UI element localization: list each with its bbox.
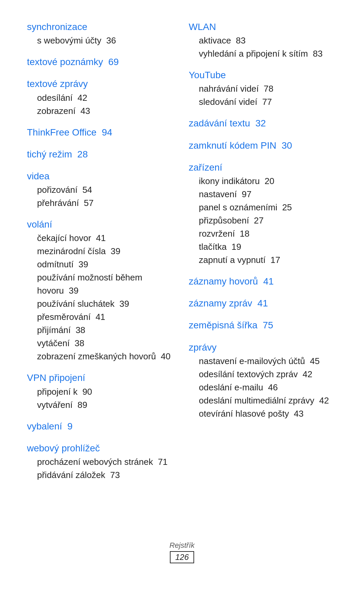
index-entry: zamknutí kódem PIN 30 <box>189 139 337 153</box>
entry-subitem: přidávání záložek 73 <box>27 469 175 482</box>
entry-subitem: používání sluchátek 39 <box>27 297 175 310</box>
entry-subitem: čekající hovor 41 <box>27 232 175 245</box>
index-entry: YouTubenahrávání videí 78sledování videí… <box>189 68 337 109</box>
index-entry: voláníčekající hovor 41mezinárodní čísla… <box>27 218 175 363</box>
entry-subitem: panel s oznámeními 25 <box>189 201 337 214</box>
index-entry: záznamy hovorů 41 <box>189 275 337 289</box>
index-entry: VPN připojenípřipojení k 90vytváření 89 <box>27 371 175 411</box>
index-entry: zprávynastavení e-mailových účtů 45odesí… <box>189 341 337 420</box>
entry-subitem: mezinárodní čísla 39 <box>27 245 175 258</box>
entry-subitem: zobrazení 43 <box>27 105 175 118</box>
entry-subitem: sledování videí 77 <box>189 95 337 109</box>
footer-label: Rejstřík <box>27 541 337 550</box>
entry-subitem: přesměrování 41 <box>27 310 175 324</box>
entry-subitem: vyhledání a připojení k sítím 83 <box>189 47 337 60</box>
entry-subitem: vytváření 89 <box>27 398 175 412</box>
entry-subitem: otevírání hlasové pošty 43 <box>189 407 337 420</box>
entry-subitem: přizpůsobení 27 <box>189 214 337 227</box>
entry-subitem: zapnutí a vypnutí 17 <box>189 253 337 267</box>
index-entry: vybalení 9 <box>27 420 175 434</box>
entry-subitem: rozvržení 18 <box>189 227 337 240</box>
entry-subitem: s webovými účty 36 <box>27 34 175 47</box>
entry-heading: zamknutí kódem PIN 30 <box>189 139 337 152</box>
entry-subitem: odeslání multimediální zprávy 42 <box>189 394 337 407</box>
index-columns: synchronizaces webovými účty 36textové p… <box>27 20 337 528</box>
entry-heading: zeměpisná šířka 75 <box>189 319 337 332</box>
entry-heading: YouTube <box>189 68 337 82</box>
entry-subitem: odeslání e-mailu 46 <box>189 381 337 394</box>
entry-subitem: procházení webových stránek 71 <box>27 455 175 469</box>
index-entry: tichý režim 28 <box>27 148 175 161</box>
entry-heading: ThinkFree Office 94 <box>27 126 175 139</box>
index-entry: zadávání textu 32 <box>189 117 337 130</box>
footer: Rejstřík 126 <box>27 541 337 570</box>
entry-subitem: ikony indikátoru 20 <box>189 175 337 188</box>
index-entry: záznamy zpráv 41 <box>189 297 337 310</box>
index-entry: textové poznámky 69 <box>27 55 175 69</box>
column-1: WLANaktivace 83vyhledání a připojení k s… <box>189 20 337 528</box>
entry-heading: záznamy zpráv 41 <box>189 297 337 310</box>
entry-heading: tichý režim 28 <box>27 148 175 161</box>
entry-subitem: nastavení 97 <box>189 188 337 201</box>
entry-heading: textové zprávy <box>27 77 175 90</box>
entry-subitem: nahrávání videí 78 <box>189 82 337 95</box>
entry-subitem: odesílání 42 <box>27 91 175 105</box>
index-entry: videapořizování 54přehrávání 57 <box>27 170 175 210</box>
index-entry: zařízeníikony indikátoru 20nastavení 97p… <box>189 161 337 267</box>
entry-heading: webový prohlížeč <box>27 442 175 455</box>
entry-subitem: vytáčení 38 <box>27 337 175 350</box>
entry-subitem: zobrazení zmeškaných hovorů 40 <box>27 350 175 363</box>
entry-heading: textové poznámky 69 <box>27 55 175 68</box>
entry-subitem: pořizování 54 <box>27 183 175 197</box>
footer-page: 126 <box>170 551 194 563</box>
index-entry: textové zprávyodesílání 42zobrazení 43 <box>27 77 175 117</box>
entry-heading: VPN připojení <box>27 371 175 384</box>
entry-heading: vybalení 9 <box>27 420 175 433</box>
entry-heading: zařízení <box>189 161 337 174</box>
entry-subitem: přehrávání 57 <box>27 197 175 210</box>
index-entry: synchronizaces webovými účty 36 <box>27 20 175 47</box>
entry-subitem: přijímání 38 <box>27 324 175 337</box>
entry-subitem: odesílání textových zpráv 42 <box>189 368 337 381</box>
page: synchronizaces webovými účty 36textové p… <box>0 0 364 597</box>
entry-heading: zadávání textu 32 <box>189 117 337 130</box>
index-entry: webový prohlížečprocházení webových strá… <box>27 442 175 482</box>
entry-heading: WLAN <box>189 20 337 33</box>
column-0: synchronizaces webovými účty 36textové p… <box>27 20 175 528</box>
entry-subitem: tlačítka 19 <box>189 240 337 253</box>
entry-subitem: používání možností během hovoru 39 <box>27 271 175 297</box>
entry-subitem: nastavení e-mailových účtů 45 <box>189 355 337 368</box>
index-entry: WLANaktivace 83vyhledání a připojení k s… <box>189 20 337 60</box>
entry-subitem: aktivace 83 <box>189 34 337 47</box>
entry-heading: synchronizace <box>27 20 175 33</box>
entry-heading: záznamy hovorů 41 <box>189 275 337 288</box>
entry-subitem: odmítnutí 39 <box>27 258 175 271</box>
index-entry: ThinkFree Office 94 <box>27 126 175 140</box>
entry-heading: volání <box>27 218 175 231</box>
entry-heading: zprávy <box>189 341 337 354</box>
entry-heading: videa <box>27 170 175 183</box>
index-entry: zeměpisná šířka 75 <box>189 319 337 332</box>
entry-subitem: připojení k 90 <box>27 385 175 398</box>
